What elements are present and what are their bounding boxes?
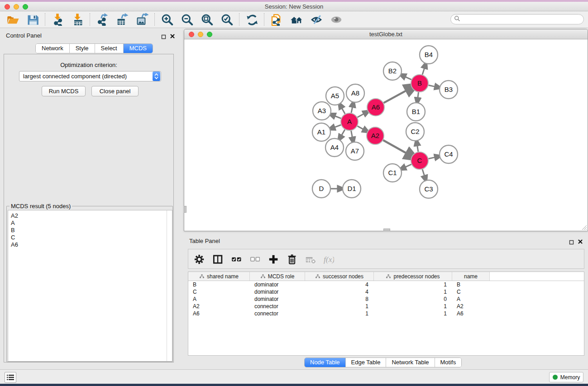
node-B[interactable]: B xyxy=(411,75,428,92)
gear-button[interactable] xyxy=(193,253,205,265)
node-C2[interactable]: C2 xyxy=(406,123,424,141)
node-A8[interactable]: A8 xyxy=(346,84,364,102)
network-canvas[interactable]: B4 B2 B B3 A5 A8 A6 A3 B1 A A1 A2 C2 xyxy=(184,39,588,231)
edge-A-A2[interactable] xyxy=(358,126,364,130)
select-all-button[interactable] xyxy=(230,253,242,265)
close-window-button[interactable] xyxy=(5,4,10,10)
function-builder-button[interactable]: f(x) xyxy=(323,253,335,265)
tab-mcds[interactable]: MCDS xyxy=(124,44,153,53)
delete-table-button[interactable] xyxy=(304,253,316,265)
edge-C-C1[interactable] xyxy=(405,164,411,167)
node-C3[interactable]: C3 xyxy=(420,180,438,198)
node-B3[interactable]: B3 xyxy=(440,81,458,99)
tab-motifs[interactable]: Motifs xyxy=(435,358,462,367)
table-row[interactable]: Cdominator41C xyxy=(188,288,584,295)
export-table-button[interactable] xyxy=(115,13,129,26)
zoom-out-button[interactable] xyxy=(180,13,194,26)
node-C1[interactable]: C1 xyxy=(383,164,402,182)
tab-node-table[interactable]: Node Table xyxy=(305,358,346,367)
column-header-MCDS-role[interactable]: MCDS role xyxy=(250,272,305,281)
task-history-button[interactable] xyxy=(5,372,16,383)
zoom-fit-button[interactable] xyxy=(200,13,214,26)
tab-style[interactable]: Style xyxy=(70,44,95,53)
edge-C-C3[interactable] xyxy=(422,169,425,176)
column-header-name[interactable]: name xyxy=(452,272,490,281)
table-row[interactable]: A2connector11A2 xyxy=(188,303,584,310)
deselect-all-button[interactable] xyxy=(249,253,260,265)
tab-network[interactable]: Network xyxy=(36,44,70,53)
edge-A-A7[interactable] xyxy=(351,131,353,138)
column-header-predecessor-nodes[interactable]: predecessor nodes xyxy=(374,272,452,281)
node-B2[interactable]: B2 xyxy=(383,62,402,80)
edge-A-A1[interactable] xyxy=(334,125,341,128)
table-body[interactable]: Bdominator41BCdominator41CAdominator80AA… xyxy=(188,281,584,317)
search-input[interactable] xyxy=(460,14,583,24)
node-A3[interactable]: A3 xyxy=(313,102,331,120)
first-neighbors-button[interactable] xyxy=(289,13,304,26)
network-window-titlebar[interactable]: testGlobe.txt xyxy=(184,29,588,39)
close-table-panel-icon[interactable] xyxy=(578,238,583,243)
hide-selected-button[interactable] xyxy=(309,13,324,26)
table-header-row[interactable]: shared nameMCDS rolesuccessor nodesprede… xyxy=(188,272,584,281)
open-file-button[interactable] xyxy=(5,13,20,26)
column-header-successor-nodes[interactable]: successor nodes xyxy=(305,272,374,281)
zoom-window-button[interactable] xyxy=(23,4,28,10)
mcds-result-list[interactable]: A2ABCA6 xyxy=(8,210,172,362)
table-row[interactable]: Adominator80A xyxy=(188,295,584,303)
float-panel-icon[interactable] xyxy=(161,33,167,38)
add-column-button[interactable] xyxy=(267,253,279,265)
close-panel-button[interactable]: Close panel xyxy=(91,86,139,96)
edge-A2-C[interactable] xyxy=(383,140,407,154)
result-list-item[interactable]: A2 xyxy=(11,212,172,219)
close-network-button[interactable] xyxy=(189,32,194,37)
node-A2[interactable]: A2 xyxy=(367,127,384,144)
node-C[interactable]: C xyxy=(411,152,428,169)
edge-A-A3[interactable] xyxy=(335,116,341,119)
network-graph[interactable]: B4 B2 B B3 A5 A8 A6 A3 B1 A A1 A2 C2 xyxy=(184,39,588,231)
run-mcds-button[interactable]: Run MCDS xyxy=(42,86,86,96)
table-row[interactable]: A6connector11A6 xyxy=(188,310,584,317)
trash-button[interactable] xyxy=(286,253,297,265)
result-list-item[interactable]: A6 xyxy=(11,241,172,248)
zoom-network-button[interactable] xyxy=(207,32,212,37)
search-field[interactable] xyxy=(450,14,584,24)
duplicate-network-button[interactable] xyxy=(269,13,284,26)
refresh-button[interactable] xyxy=(244,13,259,26)
tab-select[interactable]: Select xyxy=(95,44,124,53)
edge-A6-B[interactable] xyxy=(384,90,407,103)
edge-A-A4[interactable] xyxy=(341,129,345,136)
edge-B-B4[interactable] xyxy=(422,68,425,75)
close-panel-icon[interactable] xyxy=(170,33,175,38)
edge-A-A6[interactable] xyxy=(358,114,364,117)
network-window[interactable]: testGlobe.txt B4 B2 B B3 A5 A8 A6 A3 B1 … xyxy=(184,29,588,231)
node-D[interactable]: D xyxy=(312,180,330,198)
result-list-item[interactable]: A xyxy=(11,219,172,227)
column-header-shared-name[interactable]: shared name xyxy=(188,272,250,281)
import-table-button[interactable] xyxy=(70,13,85,26)
node-C4[interactable]: C4 xyxy=(440,145,458,163)
node-B4[interactable]: B4 xyxy=(420,46,438,64)
show-all-button[interactable] xyxy=(329,13,344,26)
save-session-button[interactable] xyxy=(25,13,40,26)
result-scrollbar[interactable] xyxy=(167,210,167,361)
export-network-button[interactable] xyxy=(95,13,110,26)
dropdown-stepper-icon[interactable] xyxy=(153,71,160,81)
resize-grip-icon[interactable] xyxy=(581,224,587,230)
node-A1[interactable]: A1 xyxy=(312,123,330,141)
result-list-item[interactable]: B xyxy=(11,227,172,234)
zoom-in-button[interactable] xyxy=(160,13,174,26)
edge-B-B1[interactable] xyxy=(418,92,419,98)
node-A4[interactable]: A4 xyxy=(325,138,344,157)
edge-A-A5[interactable] xyxy=(342,108,345,114)
edge-B-B3[interactable] xyxy=(429,85,435,86)
criterion-dropdown[interactable]: largest connected component (directed) xyxy=(19,71,161,81)
float-table-panel-icon[interactable] xyxy=(569,238,574,244)
export-image-button[interactable] xyxy=(135,13,149,26)
tab-edge-table[interactable]: Edge Table xyxy=(346,358,387,367)
split-view-button[interactable] xyxy=(211,253,223,265)
node-A[interactable]: A xyxy=(341,113,358,130)
splitter-handle-bottom[interactable] xyxy=(383,229,390,231)
import-network-button[interactable] xyxy=(50,13,65,26)
node-D1[interactable]: D1 xyxy=(343,180,361,198)
zoom-selected-button[interactable] xyxy=(220,13,234,26)
